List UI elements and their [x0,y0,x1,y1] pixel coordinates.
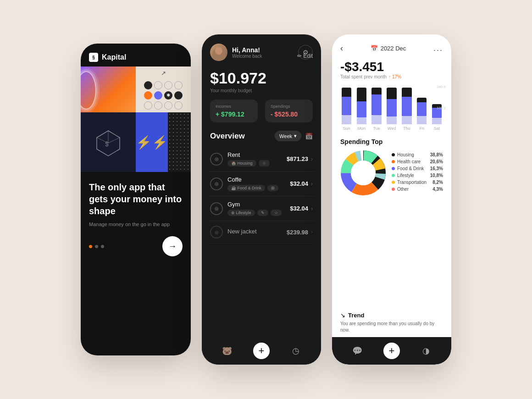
hero-images: ↗ ✱ $ [81,66,191,172]
next-button[interactable]: → [162,236,183,256]
week-selector[interactable]: Week ▾ [275,131,301,141]
spending-top: Spending Top [332,133,451,308]
expense-tags-coffe: ☕ Food & Drink ⊞ [227,185,290,191]
chevron-right-icon-3: › [311,205,313,212]
expense-name-rent: Rent [227,151,287,158]
chevron-right-icon-4: › [311,229,313,235]
expense-amount-jacket: $239.98 [287,229,308,236]
tag-star: ☆ [259,160,270,166]
budget-amount: $10.972 [210,69,313,87]
expense-item-jacket[interactable]: ◎ New jacket $239.98 › [208,221,315,244]
donut-legend: Housing 38,8% Health care 20,6% Food & D… [340,150,443,196]
legend-other: Other 4,3% [392,187,443,192]
avatar [210,44,227,61]
trend-text: You are spending more than you usually d… [340,321,443,333]
expense-icon-coffe: ◎ [210,177,223,190]
svg-text:$: $ [105,140,109,148]
total-sub: Total spent prev month ↑ 17% [340,74,443,79]
tag-food-drink: ☕ Food & Drink [227,185,265,191]
hero-lightning: ⚡⚡ [136,112,191,172]
expense-icon-gym: ◎ [210,202,223,215]
nav-pie-icon[interactable]: ◑ [418,343,434,359]
tag-housing: 🏠 Housing [227,160,256,166]
budget-label: Your monthly budget [210,88,313,93]
expense-list: ◎ Rent 🏠 Housing ☆ $871.23 › ◎ Coffe ☕ F… [202,147,321,337]
onboarding-bottom: → [89,236,183,256]
stats-row: Incomes + $799.12 Spendings - $525.80 [202,100,321,129]
svg-line-2 [108,138,120,143]
nav-history-icon[interactable]: ◷ [288,343,304,359]
overview-controls: Week ▾ 📅 [275,131,313,141]
tag-grid: ⊞ [267,185,278,191]
more-button[interactable]: ... [433,44,443,53]
dots-indicator [89,245,104,248]
week-label: Week [279,133,292,139]
bar-chart: Sun Mon Tue [332,85,451,131]
chevron-right-icon-2: › [311,181,313,187]
overview-title: Overview [210,132,245,141]
trend-percent: ↑ 17% [388,74,401,79]
tagline: The only app that gets your money into s… [89,181,183,217]
expense-tags-gym: ⊕ Lifestyle ✎ ☆ [227,210,290,216]
back-button[interactable]: ‹ [340,44,343,53]
edit-button[interactable]: ✏ Edit [297,53,313,59]
expense-amount-coffe: $32.04 [290,180,308,187]
calendar-icon[interactable]: 📅 [305,133,313,140]
expense-icon-jacket: ◎ [210,226,223,238]
dashboard-topbar: Hi, Anna! Welcome back ⚙ [202,34,321,66]
expense-item-gym[interactable]: ◎ Gym ⊕ Lifestyle ✎ ☆ $32.04 › [208,196,315,221]
incomes-value: + $799.12 [216,111,252,118]
legend-health: Health care 20,6% [392,159,443,164]
expense-tags-rent: 🏠 Housing ☆ [227,160,287,166]
legend-lifestyle: Lifestyle 10,8% [392,173,443,178]
svg-point-11 [351,161,376,185]
dot-lifestyle [392,174,395,177]
expense-name-jacket: New jacket [227,228,287,235]
expense-info-jacket: New jacket [227,228,287,237]
legend-items: Housing 38,8% Health care 20,6% Food & D… [392,152,443,194]
greeting-wb: Welcome back [232,54,262,59]
greeting-hi: Hi, Anna! [232,46,262,54]
hero-abstract-1 [81,66,136,112]
nav-home-icon[interactable]: 🐷 [219,343,235,359]
spending-top-title: Spending Top [340,138,443,145]
chevron-right-icon: › [311,156,313,162]
incomes-box: Incomes + $799.12 [210,100,258,122]
tag-star-2: ☆ [271,210,282,216]
expense-right-jacket: $239.98 › [287,229,313,236]
nav-add-icon-2[interactable]: + [383,343,400,359]
overview-header: Overview Week ▾ 📅 [202,129,321,147]
expense-amount-rent: $871.23 [287,155,308,162]
expense-item-coffe[interactable]: ◎ Coffe ☕ Food & Drink ⊞ $32.04 › [208,172,315,196]
dot-2 [95,245,98,248]
onboarding-content: The only app that gets your money into s… [81,172,191,355]
phone-dashboard: Hi, Anna! Welcome back ⚙ ✏ Edit $10.972 … [202,34,321,365]
logo-icon: § [89,53,98,62]
dot-transport [392,181,395,184]
phone-onboarding: § Kapital ↗ ✱ [81,44,191,355]
nav-add-icon[interactable]: + [253,343,270,359]
analytics-bottom-nav: 💬 + ◑ [332,337,451,365]
expense-item-rent[interactable]: ◎ Rent 🏠 Housing ☆ $871.23 › [208,147,315,172]
nav-chat-icon[interactable]: 💬 [349,343,366,359]
expense-name-gym: Gym [227,201,290,208]
dot-food [392,167,395,170]
expense-name-coffe: Coffe [227,176,290,183]
legend-transport: Transportation 8,2% [392,180,443,185]
spendings-label: Spendings [271,104,307,109]
tag-edit: ✎ [257,210,268,216]
greeting: Hi, Anna! Welcome back [232,46,262,59]
analytics-topnav: ‹ 📅 2022 Dec ... [332,34,451,58]
phone-analytics: ‹ 📅 2022 Dec ... -$3.451 Total spent pre… [332,34,451,365]
dot-other [392,188,395,191]
trend-icon: ↘ [340,312,345,319]
trend-title: Trend [348,312,364,319]
dot-3 [101,245,104,248]
period-label: 2022 Dec [381,45,406,52]
month-selector[interactable]: 📅 2022 Dec [371,45,406,52]
expense-right-gym: $32.04 › [290,205,313,212]
hero-cube: $ [81,112,136,172]
budget-section: ✏ Edit $10.972 Your monthly budget [202,66,321,100]
spendings-value: - $525.80 [271,111,307,118]
chevron-down-icon: ▾ [294,133,297,139]
